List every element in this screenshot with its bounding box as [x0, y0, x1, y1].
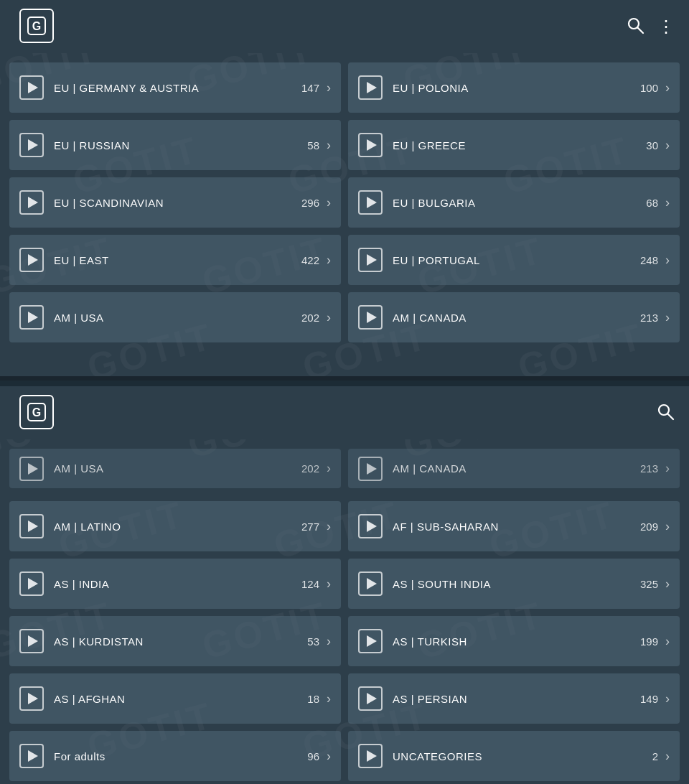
list-item[interactable]: EU | POLONIA 100 ›	[348, 62, 680, 113]
item-label: AM | CANADA	[393, 312, 640, 324]
list-item[interactable]: AM | USA 202 ›	[9, 292, 341, 342]
item-count: 202	[301, 312, 319, 324]
play-icon	[358, 133, 383, 157]
list-item[interactable]: EU | GERMANY & AUSTRIA 147 ›	[9, 62, 341, 113]
item-label: AM | LATINO	[54, 521, 301, 533]
more-button-1[interactable]: ⋮	[657, 18, 675, 35]
list-item[interactable]: AS | SOUTH INDIA 325 ›	[348, 559, 680, 609]
play-triangle-icon	[28, 139, 38, 151]
item-count: 124	[301, 578, 319, 590]
play-icon	[19, 75, 44, 100]
play-icon	[358, 744, 383, 768]
logo-box-2: G	[19, 395, 54, 429]
item-count: 147	[301, 82, 319, 94]
item-count: 248	[640, 254, 658, 266]
item-count: 199	[640, 635, 658, 648]
item-label: AS | SOUTH INDIA	[393, 578, 640, 590]
play-triangle-icon	[367, 312, 377, 323]
item-count: 325	[640, 578, 658, 590]
chevron-right-icon: ›	[327, 461, 331, 476]
item-count: 213	[640, 312, 658, 324]
play-triangle-icon	[367, 750, 377, 762]
list-item[interactable]: EU | RUSSIAN 58 ›	[9, 120, 341, 170]
list-item[interactable]: AM | USA 202 ›	[9, 449, 341, 488]
chevron-right-icon: ›	[665, 519, 670, 534]
item-count: 96	[307, 750, 319, 762]
play-triangle-icon	[367, 635, 377, 647]
svg-text:G: G	[32, 20, 41, 32]
list-item[interactable]: EU | GREECE 30 ›	[348, 120, 680, 170]
list-item[interactable]: AF | SUB-SAHARAN 209 ›	[348, 501, 680, 551]
play-icon	[358, 190, 383, 215]
list-item[interactable]: EU | EAST 422 ›	[9, 235, 341, 285]
play-icon	[358, 571, 383, 596]
header-2: G	[0, 386, 689, 439]
item-label: AS | INDIA	[54, 578, 301, 590]
play-triangle-icon	[367, 139, 377, 151]
play-triangle-icon	[28, 82, 38, 93]
play-icon	[19, 571, 44, 596]
item-count: 58	[307, 139, 319, 151]
list-item[interactable]: AS | INDIA 124 ›	[9, 559, 341, 609]
list-item[interactable]: AM | CANADA 213 ›	[348, 449, 680, 488]
play-icon	[19, 248, 44, 272]
item-label: EU | PORTUGAL	[393, 254, 640, 266]
play-triangle-icon	[367, 578, 377, 589]
play-icon	[19, 457, 44, 481]
list-item[interactable]: AS | KURDISTAN 53 ›	[9, 616, 341, 666]
chevron-right-icon: ›	[665, 577, 670, 592]
list-item[interactable]: EU | SCANDINAVIAN 296 ›	[9, 177, 341, 228]
chevron-right-icon: ›	[665, 80, 670, 95]
list-item[interactable]: AS | AFGHAN 18 ›	[9, 673, 341, 724]
item-label: AS | PERSIAN	[393, 693, 640, 705]
play-triangle-icon	[28, 635, 38, 647]
chevron-right-icon: ›	[327, 749, 331, 764]
play-icon	[19, 744, 44, 768]
list-item[interactable]: AS | PERSIAN 149 ›	[348, 673, 680, 724]
item-count: 53	[307, 635, 319, 648]
search-button-1[interactable]	[626, 16, 645, 37]
play-icon	[19, 133, 44, 157]
item-label: AS | KURDISTAN	[54, 635, 307, 648]
play-icon	[19, 686, 44, 711]
panel-1: GOTIT GOTIT GOTIT GOTIT GOTIT GOTIT GOTI…	[0, 0, 689, 381]
chevron-right-icon: ›	[665, 691, 670, 706]
item-count: 213	[640, 462, 658, 475]
header-1: G ⋮	[0, 0, 689, 53]
item-label: EU | BULGARIA	[393, 197, 646, 209]
grid-2: AM | LATINO 277 › AF | SUB-SAHARAN 209 ›…	[0, 492, 689, 784]
play-triangle-icon	[367, 463, 377, 475]
item-label: AM | CANADA	[393, 462, 640, 475]
svg-line-3	[638, 28, 644, 34]
chevron-right-icon: ›	[327, 577, 331, 592]
item-label: UNCATEGORIES	[393, 750, 652, 762]
list-item[interactable]: AS | TURKISH 199 ›	[348, 616, 680, 666]
list-item[interactable]: EU | BULGARIA 68 ›	[348, 177, 680, 228]
logo-2: G	[11, 395, 62, 431]
list-item[interactable]: AM | CANADA 213 ›	[348, 292, 680, 342]
list-item[interactable]: EU | PORTUGAL 248 ›	[348, 235, 680, 285]
item-label: EU | SCANDINAVIAN	[54, 197, 301, 209]
item-count: 209	[640, 521, 658, 533]
item-count: 68	[646, 197, 658, 209]
item-count: 30	[646, 139, 658, 151]
play-triangle-icon	[28, 463, 38, 475]
play-triangle-icon	[367, 521, 377, 532]
list-item[interactable]: AM | LATINO 277 ›	[9, 501, 341, 551]
chevron-right-icon: ›	[665, 310, 670, 325]
play-triangle-icon	[28, 254, 38, 266]
list-item[interactable]: UNCATEGORIES 2 ›	[348, 731, 680, 781]
play-triangle-icon	[367, 197, 377, 208]
list-item[interactable]: For adults 96 ›	[9, 731, 341, 781]
play-triangle-icon	[28, 750, 38, 762]
chevron-right-icon: ›	[665, 461, 670, 476]
logo-1: G	[11, 9, 62, 45]
search-button-2[interactable]	[656, 402, 675, 424]
chevron-right-icon: ›	[327, 80, 331, 95]
play-icon	[358, 75, 383, 100]
item-label: EU | GREECE	[393, 139, 646, 151]
item-label: EU | POLONIA	[393, 82, 640, 94]
chevron-right-icon: ›	[327, 634, 331, 649]
item-count: 202	[301, 462, 319, 475]
chevron-right-icon: ›	[327, 519, 331, 534]
